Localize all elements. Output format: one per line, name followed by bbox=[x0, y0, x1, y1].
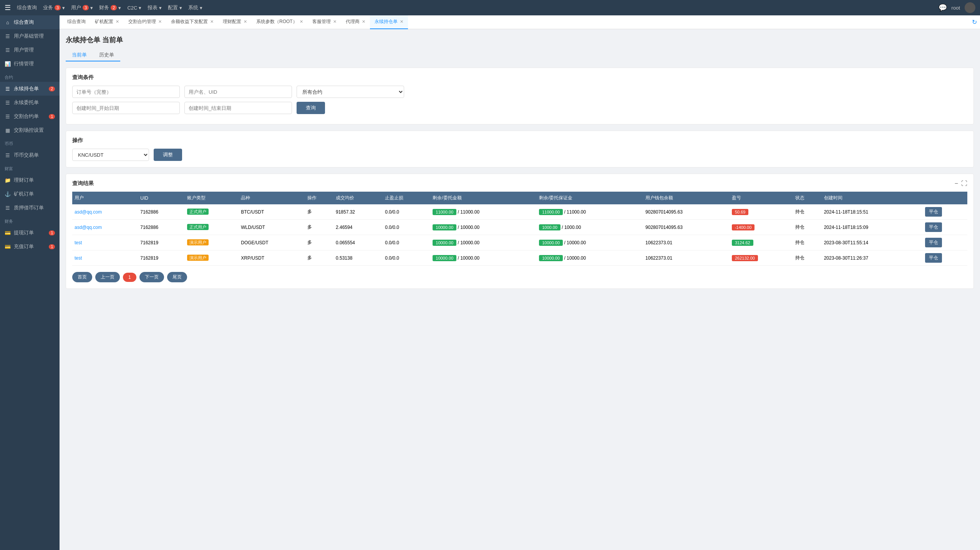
order-no-input[interactable] bbox=[72, 86, 180, 98]
sub-tabs: 当前单 历史单 bbox=[66, 49, 120, 61]
sidebar-item-label: 交割场控设置 bbox=[14, 127, 44, 134]
nav-item-config[interactable]: 配置 ▾ bbox=[168, 4, 182, 11]
nav-item-finance[interactable]: 财务 2 ▾ bbox=[99, 4, 121, 11]
nav-item-system[interactable]: 系统 ▾ bbox=[188, 4, 202, 11]
sub-tab-current[interactable]: 当前单 bbox=[66, 49, 93, 61]
sidebar-item-withdraw[interactable]: 💳 提现订单 1 bbox=[0, 226, 60, 240]
table-row: test 7162819 演示用户 DOGE/USDT 多 0.065554 0… bbox=[72, 235, 967, 250]
nav-item-overview[interactable]: 综合查询 bbox=[17, 4, 37, 11]
prev-page-btn[interactable]: 上一页 bbox=[95, 272, 120, 282]
sidebar-item-label: 综合查询 bbox=[14, 19, 34, 26]
nav-item-business[interactable]: 业务 3 ▾ bbox=[43, 4, 65, 11]
contract-select[interactable]: 所有合约 BTC/USDT ETH/USDT DOGE/USDT XRP/USD… bbox=[297, 86, 404, 98]
next-page-btn[interactable]: 下一页 bbox=[139, 272, 164, 282]
sidebar-item-perpetual-position[interactable]: ☰ 永续持仓单 2 bbox=[0, 82, 60, 96]
sidebar-item-miner-order[interactable]: ⚓ 矿机订单 bbox=[0, 187, 60, 201]
close-balance-config[interactable]: ✕ bbox=[210, 19, 214, 24]
main-layout: ⌂ 综合查询 ☰ 用户基础管理 ☰ 用户管理 📊 行情管理 合约 ☰ 永续持仓单… bbox=[0, 15, 980, 550]
sub-tab-history[interactable]: 历史单 bbox=[93, 49, 120, 61]
close-financial-config[interactable]: ✕ bbox=[244, 19, 247, 24]
sidebar-item-perpetual-entrust[interactable]: ☰ 永续委托单 bbox=[0, 96, 60, 109]
deposit-badge: 1 bbox=[49, 244, 55, 249]
close-agent[interactable]: ✕ bbox=[362, 19, 365, 24]
sidebar-item-user-manage[interactable]: ☰ 用户管理 bbox=[0, 43, 60, 57]
cell-wallet: 10622373.01 bbox=[643, 235, 730, 250]
nav-item-report[interactable]: 报表 ▾ bbox=[148, 4, 162, 11]
close-miner-config[interactable]: ✕ bbox=[116, 19, 119, 24]
nav-item-users[interactable]: 用户 3 ▾ bbox=[71, 4, 93, 11]
close-perpetual-position[interactable]: ✕ bbox=[400, 19, 403, 24]
cell-remain-margin: 10000.00 / 10000.00 bbox=[537, 235, 643, 250]
cell-uid: 7162886 bbox=[138, 204, 184, 220]
adjust-button[interactable]: 调整 bbox=[154, 149, 182, 161]
sidebar-item-overview[interactable]: ⌂ 综合查询 bbox=[0, 15, 60, 29]
sidebar-item-spot-trade[interactable]: ☰ 币币交易单 bbox=[0, 148, 60, 162]
start-date-input[interactable] bbox=[72, 102, 180, 114]
first-page-btn[interactable]: 首页 bbox=[72, 272, 92, 282]
tab-miner-config[interactable]: 矿机配置 ✕ bbox=[90, 15, 124, 29]
sidebar-item-delivery-contract[interactable]: ☰ 交割合约单 1 bbox=[0, 109, 60, 123]
cell-symbol: XRP/USDT bbox=[239, 250, 305, 266]
tab-delivery-manage[interactable]: 交割合约管理 ✕ bbox=[124, 15, 166, 29]
tab-balance-config[interactable]: 余额收益下发配置 ✕ bbox=[166, 15, 218, 29]
sidebar-item-user-basic[interactable]: ☰ 用户基础管理 bbox=[0, 29, 60, 43]
cell-symbol: DOGE/USDT bbox=[239, 235, 305, 250]
sidebar-section-contract: 合约 bbox=[0, 71, 60, 82]
tab-system-params[interactable]: 系统参数（ROOT） ✕ bbox=[252, 15, 308, 29]
tab-agent[interactable]: 代理商 ✕ bbox=[341, 15, 370, 29]
chat-icon[interactable]: 💬 bbox=[939, 3, 947, 12]
close-position-button[interactable]: 平仓 bbox=[925, 222, 942, 232]
cell-pnl: 3124.62 bbox=[730, 235, 793, 250]
query-row-1: 所有合约 BTC/USDT ETH/USDT DOGE/USDT XRP/USD… bbox=[72, 86, 967, 98]
minimize-icon[interactable]: − bbox=[955, 180, 958, 187]
sidebar-item-pledge-order[interactable]: ☰ 质押借币订单 bbox=[0, 201, 60, 215]
menu-icon[interactable]: ☰ bbox=[5, 3, 11, 12]
current-page-btn[interactable]: 1 bbox=[123, 273, 136, 282]
close-position-button[interactable]: 平仓 bbox=[925, 253, 942, 263]
close-position-button[interactable]: 平仓 bbox=[925, 207, 942, 217]
card-icon2: 💳 bbox=[5, 244, 11, 250]
nav-item-c2c[interactable]: C2C ▾ bbox=[127, 5, 141, 11]
expand-icon[interactable]: ⛶ bbox=[961, 180, 967, 187]
cell-account-type: 演示用户 bbox=[185, 235, 239, 250]
cell-remain-amount: 10000.00 / 10000.00 bbox=[430, 220, 537, 235]
tab-customer-service[interactable]: 客服管理 ✕ bbox=[308, 15, 341, 29]
tab-financial-config[interactable]: 理财配置 ✕ bbox=[218, 15, 252, 29]
col-avg-price: 成交均价 bbox=[333, 192, 383, 204]
user-link[interactable]: asd@qq.com bbox=[75, 225, 102, 230]
cell-remain-margin: 11000.00 / 11000.00 bbox=[537, 204, 643, 220]
sidebar-item-label: 用户管理 bbox=[14, 46, 34, 53]
sidebar-item-delivery-settings[interactable]: ▦ 交割场控设置 bbox=[0, 123, 60, 137]
query-button[interactable]: 查询 bbox=[297, 102, 325, 114]
col-uid: UID bbox=[138, 192, 184, 204]
close-customer-service[interactable]: ✕ bbox=[333, 19, 337, 24]
col-symbol: 品种 bbox=[239, 192, 305, 204]
close-system-params[interactable]: ✕ bbox=[300, 19, 303, 24]
symbol-select[interactable]: KNC/USDT BTC/USDT ETH/USDT DOGE/USDT XRP… bbox=[72, 149, 149, 161]
sidebar-item-financial-order[interactable]: 📁 理财订单 bbox=[0, 173, 60, 187]
last-page-btn[interactable]: 尾页 bbox=[167, 272, 187, 282]
cell-wallet: 902807014095.63 bbox=[643, 204, 730, 220]
col-direction: 操作 bbox=[305, 192, 333, 204]
close-delivery-manage[interactable]: ✕ bbox=[158, 19, 162, 24]
user-link[interactable]: test bbox=[75, 255, 82, 261]
user-link[interactable]: asd@qq.com bbox=[75, 209, 102, 215]
table-row: test 7162819 演示用户 XRP/USDT 多 0.53138 0.0… bbox=[72, 250, 967, 266]
tab-overview[interactable]: 综合查询 bbox=[63, 15, 90, 29]
results-actions: − ⛶ bbox=[955, 180, 967, 187]
sidebar-item-deposit[interactable]: 💳 充值订单 1 bbox=[0, 240, 60, 253]
user-avatar[interactable] bbox=[965, 2, 975, 13]
cell-user: asd@qq.com bbox=[72, 220, 138, 235]
refresh-icon[interactable]: ↻ bbox=[972, 19, 977, 25]
cell-symbol: BTC/USDT bbox=[239, 204, 305, 220]
table-row: asd@qq.com 7162886 正式用户 BTC/USDT 多 91857… bbox=[72, 204, 967, 220]
sidebar-item-market[interactable]: 📊 行情管理 bbox=[0, 57, 60, 71]
close-position-button[interactable]: 平仓 bbox=[925, 238, 942, 247]
perpetual-position-badge: 2 bbox=[49, 86, 55, 91]
user-link[interactable]: test bbox=[75, 240, 82, 245]
tab-perpetual-position[interactable]: 永续持仓单 ✕ bbox=[370, 15, 408, 29]
home-icon: ⌂ bbox=[5, 19, 11, 25]
cell-action: 平仓 bbox=[923, 235, 967, 250]
username-input[interactable] bbox=[184, 86, 292, 98]
end-date-input[interactable] bbox=[184, 102, 292, 114]
